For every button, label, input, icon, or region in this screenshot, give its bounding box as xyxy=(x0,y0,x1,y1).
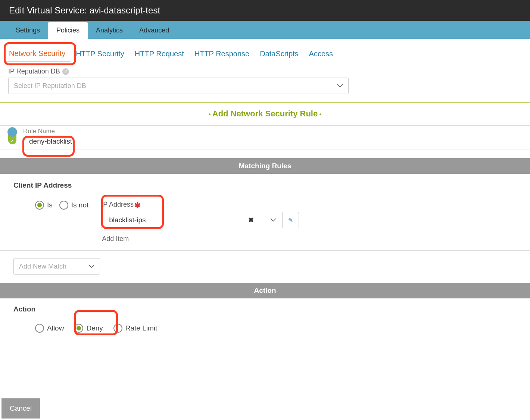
ip-address-value: blacklist-ips xyxy=(102,216,299,224)
rule-row: ✓ deny-blacklist xyxy=(0,125,530,150)
ip-reputation-select[interactable]: Select IP Reputation DB xyxy=(8,78,349,94)
add-new-match-placeholder: Add New Match xyxy=(19,263,66,270)
rule-name-input[interactable]: deny-blacklist xyxy=(24,130,522,145)
tab-settings[interactable]: Settings xyxy=(7,22,48,39)
bullet-icon: • xyxy=(209,111,211,117)
ip-reputation-placeholder: Select IP Reputation DB xyxy=(14,82,86,90)
action-section: Action Allow Deny Rate Limit xyxy=(0,298,530,344)
subtab-network-security[interactable]: Network Security xyxy=(4,46,71,62)
subtab-bar: Network Security HTTP Security HTTP Requ… xyxy=(0,39,530,62)
edit-button[interactable]: ✎ xyxy=(282,212,299,228)
action-band: Action xyxy=(0,283,530,298)
add-new-match-select[interactable]: Add New Match xyxy=(13,258,100,275)
ip-reputation-label: IP Reputation DB ? xyxy=(8,68,522,75)
subtab-http-response[interactable]: HTTP Response xyxy=(189,46,255,62)
add-rule-row: • Add Network Security Rule • xyxy=(0,102,530,122)
radio-icon xyxy=(59,201,68,210)
radio-icon xyxy=(74,324,83,333)
tab-policies[interactable]: Policies xyxy=(48,22,88,39)
required-star-icon: ✱ xyxy=(134,201,141,209)
radio-is[interactable]: Is xyxy=(35,201,53,210)
radio-icon xyxy=(35,324,44,333)
tab-advanced[interactable]: Advanced xyxy=(131,22,177,39)
modal-title: Edit Virtual Service: avi-datascript-tes… xyxy=(9,5,160,15)
help-icon[interactable]: ? xyxy=(62,68,69,75)
radio-deny[interactable]: Deny xyxy=(74,324,103,333)
tab-bar: Settings Policies Analytics Advanced xyxy=(0,21,530,39)
subtab-http-request[interactable]: HTTP Request xyxy=(130,46,189,62)
matching-rules-band: Matching Rules xyxy=(0,158,530,174)
action-label: Action xyxy=(13,305,517,313)
chevron-down-icon xyxy=(88,264,94,268)
radio-icon xyxy=(35,201,44,210)
modal-header: Edit Virtual Service: avi-datascript-tes… xyxy=(0,0,530,21)
client-ip-label: Client IP Address xyxy=(13,181,517,189)
tab-analytics[interactable]: Analytics xyxy=(88,22,131,39)
add-item-link[interactable]: Add Item xyxy=(101,231,299,243)
add-network-security-rule-link[interactable]: Add Network Security Rule xyxy=(212,109,318,118)
rule-enable-toggle[interactable]: ✓ xyxy=(8,129,18,146)
bullet-icon: • xyxy=(319,111,322,117)
footer: Cancel xyxy=(1,398,40,419)
matching-section: Client IP Address Is Is not IP Address✱ … xyxy=(0,174,530,251)
radio-rate-limit[interactable]: Rate Limit xyxy=(113,324,158,333)
subtab-datascripts[interactable]: DataScripts xyxy=(255,46,303,62)
chevron-down-icon xyxy=(337,84,343,88)
radio-allow[interactable]: Allow xyxy=(35,324,64,333)
check-icon: ✓ xyxy=(10,139,13,144)
chevron-down-icon[interactable] xyxy=(270,218,276,222)
pencil-icon: ✎ xyxy=(288,217,293,224)
radio-icon xyxy=(113,324,122,333)
ip-address-label: IP Address✱ xyxy=(101,201,299,210)
cancel-button[interactable]: Cancel xyxy=(1,398,40,419)
radio-is-not[interactable]: Is not xyxy=(59,201,88,210)
ip-address-select[interactable]: blacklist-ips ✖ ✎ xyxy=(101,212,299,228)
subtab-http-security[interactable]: HTTP Security xyxy=(71,46,130,62)
clear-icon[interactable]: ✖ xyxy=(248,216,254,224)
subtab-access[interactable]: Access xyxy=(304,46,338,62)
